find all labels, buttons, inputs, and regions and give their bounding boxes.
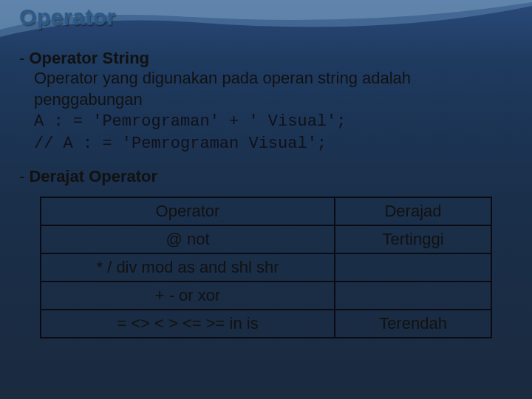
slide-title: Operator (19, 4, 513, 30)
cell-operator: + - or xor (41, 282, 335, 310)
dash: - (19, 167, 24, 185)
slide-content: Operator - Operator String Operator yang… (0, 0, 532, 338)
table-row: + - or xor (41, 282, 491, 310)
cell-operator: = <> < > <= >= in is (41, 310, 335, 338)
section-1: - Operator String (19, 49, 513, 68)
section-1-heading: Operator String (29, 49, 149, 67)
section-2: - Derajat Operator (19, 167, 513, 186)
table-row: = <> < > <= >= in is Terendah (41, 310, 491, 338)
cell-operator: @ not (41, 225, 335, 253)
cell-derajad (335, 253, 491, 282)
cell-operator-header: Operator (41, 197, 335, 225)
cell-derajad: Tertinggi (335, 225, 491, 253)
table-row: @ not Tertinggi (41, 225, 491, 253)
code-line-1: A : = 'Pemrograman' + ' Visual'; (34, 112, 513, 132)
precedence-table: Operator Derajad @ not Tertinggi * / div… (40, 197, 492, 338)
table-row: * / div mod as and shl shr (41, 253, 491, 282)
section-1-body: Operator yang digunakan pada operan stri… (34, 68, 513, 110)
cell-derajad-header: Derajad (335, 197, 491, 225)
code-line-2: // A : = 'Pemrograman Visual'; (34, 134, 513, 154)
cell-derajad (335, 282, 491, 310)
table-row: Operator Derajad (41, 197, 491, 225)
cell-operator: * / div mod as and shl shr (41, 253, 335, 282)
section-2-heading: Derajat Operator (29, 167, 157, 185)
cell-derajad: Terendah (335, 310, 491, 338)
dash: - (19, 49, 24, 67)
